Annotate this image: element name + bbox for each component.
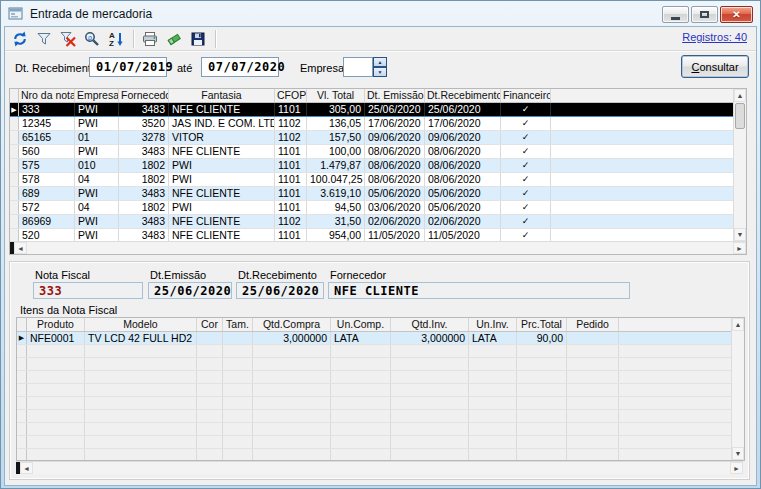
grid-cell[interactable]: 305,00 [307,103,365,116]
grid-cell[interactable]: 1101 [275,103,307,116]
grid-cell[interactable] [331,423,391,435]
grid-cell[interactable] [567,371,619,383]
eraser-button[interactable] [164,30,184,48]
grid-cell[interactable]: PWI [169,201,275,214]
grid-cell[interactable]: 17/06/2020 [365,117,425,130]
dt-emissao-field[interactable]: 25/06/2020 [148,282,232,299]
grid-cell[interactable]: NFE CLIENTE [169,145,275,158]
grid-cell[interactable] [197,436,223,448]
grid-row[interactable]: 572041802PWI110194,5003/06/202005/06/202… [10,201,733,215]
grid-cell[interactable] [27,423,85,435]
grid-cell[interactable] [517,397,567,409]
grid-cell[interactable]: 333 [19,103,75,116]
grid-cell[interactable] [567,423,619,435]
grid-cell[interactable] [85,410,197,422]
grid-cell[interactable]: 575 [19,159,75,172]
grid-cell[interactable]: 3483 [119,229,169,241]
grid-cell[interactable]: TV LCD 42 FULL HD2 [85,332,197,344]
column-header[interactable]: Qtd.Inv. [391,318,469,331]
grid-cell[interactable]: 572 [19,201,75,214]
grid-cell[interactable] [469,358,517,370]
grid-cell[interactable]: 100.047,25 [307,173,365,186]
scroll-down-arrow[interactable]: ▼ [732,447,744,460]
grid-empty-row[interactable] [17,423,731,436]
grid-cell[interactable] [85,345,197,357]
grid-cell[interactable] [27,371,85,383]
grid-cell[interactable] [197,449,223,460]
grid-row[interactable]: 86969PWI3483NFE CLIENTE110231,5002/06/20… [10,215,733,229]
grid-cell[interactable] [469,410,517,422]
grid-cell[interactable] [331,345,391,357]
grid-cell[interactable]: PWI [169,159,275,172]
grid-cell[interactable] [197,371,223,383]
registros-link[interactable]: Registros: 40 [682,31,747,43]
column-header[interactable]: Qtd.Compra [253,318,331,331]
scroll-track[interactable] [734,129,746,228]
grid-cell[interactable]: 65165 [19,131,75,144]
grid-cell[interactable]: 12345 [19,117,75,130]
grid-cell[interactable]: 1802 [119,159,169,172]
grid-cell[interactable] [253,410,331,422]
grid-cell[interactable]: 3483 [119,103,169,116]
grid-cell[interactable] [517,410,567,422]
column-header[interactable]: Un.Comp. [331,318,391,331]
grid-cell[interactable]: 17/06/2020 [425,117,501,130]
grid-cell[interactable] [197,358,223,370]
column-header[interactable]: Cor [197,318,223,331]
grid-cell[interactable] [223,384,253,396]
grid-row[interactable]: ▶333PWI3483NFE CLIENTE1101305,0025/06/20… [10,103,733,117]
grid-cell[interactable]: 02/06/2020 [425,215,501,228]
column-header[interactable]: Tam. [223,318,253,331]
grid-cell[interactable]: PWI [75,229,119,241]
grid-cell[interactable] [223,358,253,370]
grid-cell[interactable]: 3483 [119,187,169,200]
grid-cell[interactable] [223,332,253,344]
grid-cell[interactable]: 08/06/2020 [425,159,501,172]
print-button[interactable] [140,30,160,48]
grid-cell[interactable]: 08/06/2020 [425,173,501,186]
close-button[interactable]: ✕ [720,6,753,23]
grid-cell[interactable] [27,410,85,422]
grid-cell[interactable]: 3520 [119,117,169,130]
grid-cell[interactable] [197,423,223,435]
grid-cell[interactable]: 1102 [275,131,307,144]
column-header[interactable]: Fornecedor [119,89,169,102]
grid-cell[interactable] [223,345,253,357]
grid-cell[interactable] [567,345,619,357]
scroll-right-arrow[interactable]: ► [733,242,746,254]
grid-cell[interactable] [391,423,469,435]
grid-cell[interactable] [391,345,469,357]
grid-cell[interactable] [223,423,253,435]
grid-cell[interactable] [331,371,391,383]
grid-cell[interactable]: ✓ [501,117,551,130]
grid-cell[interactable] [253,397,331,409]
spin-up-button[interactable]: ▲ [373,57,387,67]
column-header[interactable]: Pedido [567,318,619,331]
grid-row[interactable]: 5750101802PWI11011.479,8708/06/202008/06… [10,159,733,173]
grid-cell[interactable]: PWI [75,145,119,158]
grid-cell[interactable] [197,397,223,409]
grid-cell[interactable]: PWI [169,173,275,186]
grid-cell[interactable]: 689 [19,187,75,200]
grid-cell[interactable] [469,384,517,396]
grid-cell[interactable]: 157,50 [307,131,365,144]
grid-cell[interactable]: 560 [19,145,75,158]
maximize-button[interactable] [691,6,718,23]
fornecedor-field[interactable]: NFE CLIENTE [328,282,630,299]
grid-cell[interactable]: 1.479,87 [307,159,365,172]
grid-cell[interactable]: 25/06/2020 [365,103,425,116]
grid-cell[interactable]: 90,00 [517,332,567,344]
grid-cell[interactable] [331,397,391,409]
grid-cell[interactable] [197,345,223,357]
grid-cell[interactable]: 11/05/2020 [365,229,425,241]
scroll-left-arrow[interactable]: ◄ [20,462,33,474]
grid-cell[interactable]: JAS IND. E COM. LTDA [169,117,275,130]
grid-cell[interactable]: 136,05 [307,117,365,130]
grid-cell[interactable]: ✓ [501,229,551,241]
grid-cell[interactable] [391,410,469,422]
grid-cell[interactable] [27,397,85,409]
grid-cell[interactable] [197,410,223,422]
grid-cell[interactable]: 520 [19,229,75,241]
grid-cell[interactable]: 3,000000 [253,332,331,344]
grid-cell[interactable]: 1101 [275,201,307,214]
